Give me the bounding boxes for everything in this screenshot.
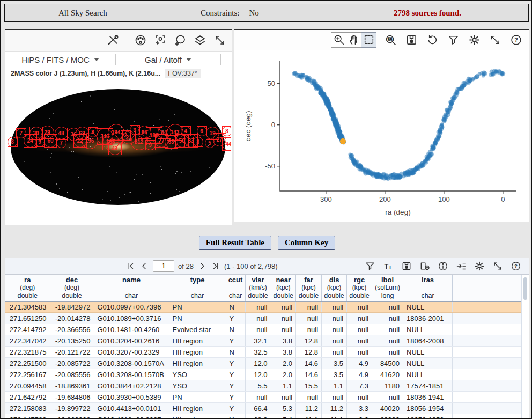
header-cell-ccut[interactable]: ccut char bbox=[226, 275, 245, 302]
header-cell-rgc[interactable]: rgc(kpc)double bbox=[347, 275, 372, 302]
expand-icon[interactable] bbox=[492, 261, 503, 271]
table-row[interactable]: 272.414792-20.366556G010.1481-00.4260Evo… bbox=[5, 324, 522, 335]
save-icon[interactable] bbox=[405, 34, 418, 46]
header-cell-filler[interactable] bbox=[453, 275, 522, 302]
table-cell bbox=[453, 302, 522, 313]
full-result-table-button[interactable]: Full Result Table bbox=[199, 236, 271, 250]
first-page-icon[interactable] bbox=[126, 261, 136, 271]
table-cell: 11.2 bbox=[322, 403, 347, 414]
recenter-icon[interactable] bbox=[154, 34, 167, 47]
marker-count-label: 6 bbox=[200, 128, 203, 134]
last-page-icon[interactable] bbox=[211, 261, 220, 271]
table-cell: 12.0 bbox=[245, 358, 271, 369]
header-cell-name[interactable]: name char bbox=[94, 275, 169, 302]
table-cell: 2.0 bbox=[271, 369, 296, 380]
marker-count-label: 9 bbox=[149, 142, 152, 148]
header-cell-type[interactable]: type char bbox=[169, 275, 226, 302]
table-cell: N bbox=[226, 302, 245, 313]
zoom-in-icon[interactable] bbox=[331, 32, 346, 48]
header-cell-vlsr[interactable]: vlsr(km/s)double bbox=[245, 275, 271, 302]
marker-count-label: 27 bbox=[216, 137, 222, 143]
table-cell: 5.3 bbox=[271, 403, 296, 414]
table-cell: G010.1481-00.4260 bbox=[94, 324, 169, 335]
header-cell-dec[interactable]: dec(deg)double bbox=[50, 275, 94, 302]
svg-text:ra (deg): ra (deg) bbox=[385, 208, 410, 216]
palette-icon[interactable] bbox=[134, 34, 147, 47]
table-scroll-area[interactable]: ra(deg)doubledec(deg)doublename chartype… bbox=[5, 275, 529, 419]
table-row[interactable]: 271.642792-19.684806G010.3930+00.5389PNY… bbox=[5, 392, 522, 403]
marker-count-label: 24 bbox=[27, 138, 33, 144]
scatter-plot[interactable]: 3002001000500-50ra (deg)dec (deg) bbox=[234, 50, 528, 221]
pin-table-icon[interactable] bbox=[456, 261, 467, 271]
layers-icon[interactable] bbox=[194, 34, 206, 47]
table-cell: Y bbox=[226, 313, 245, 324]
table-cell: 3.8 bbox=[271, 347, 296, 358]
marker-count-label: 43 bbox=[112, 145, 117, 151]
sky-marker[interactable]: 44 bbox=[222, 137, 231, 151]
scrollbar-thumb[interactable] bbox=[523, 277, 527, 300]
table-cell: null bbox=[271, 324, 296, 335]
header-cell-near[interactable]: near(kpc)double bbox=[271, 275, 296, 302]
svg-text:300: 300 bbox=[320, 195, 332, 203]
filter-icon[interactable] bbox=[365, 261, 375, 271]
table-cell: null bbox=[322, 347, 347, 358]
marker-count-label: 8 bbox=[11, 139, 14, 145]
header-cell-far[interactable]: far(kpc)double bbox=[296, 275, 322, 302]
zoom-1x-icon[interactable]: 1X bbox=[385, 34, 397, 46]
table-cell: 32.1 bbox=[245, 335, 271, 347]
table-row[interactable]: 272.147583-19.869306G010.4616+00.0327HII… bbox=[5, 414, 522, 419]
table-cell: 272.158083 bbox=[5, 403, 50, 414]
table-row[interactable]: 270.094458-18.869361G010.3844+02.2128YSO… bbox=[5, 380, 522, 392]
info-icon[interactable] bbox=[438, 261, 448, 271]
marker-count-label: 30 bbox=[33, 130, 39, 136]
marker-count-label: 22 bbox=[77, 138, 83, 144]
expand-icon[interactable] bbox=[213, 34, 226, 47]
tools-icon[interactable] bbox=[107, 34, 120, 47]
table-cell: -19.869306 bbox=[50, 414, 94, 419]
table-cell: G010.3207-00.2329 bbox=[94, 347, 169, 358]
header-cell-iras[interactable]: iras char bbox=[403, 275, 453, 302]
help-icon[interactable]: ? bbox=[510, 34, 522, 46]
table-cell bbox=[453, 313, 522, 324]
table-row[interactable]: 272.321875-20.121722G010.3207-00.2329HII… bbox=[5, 347, 522, 358]
table-cell: null bbox=[347, 392, 372, 403]
expand-icon[interactable] bbox=[489, 34, 501, 46]
filter-icon[interactable] bbox=[447, 34, 460, 46]
region-icon[interactable] bbox=[174, 34, 187, 47]
table-row[interactable]: 271.304583-19.842972G010.0997+00.7396PNN… bbox=[5, 302, 522, 313]
next-page-icon[interactable] bbox=[197, 261, 207, 271]
text-view-icon[interactable]: TT bbox=[383, 261, 394, 271]
projection-dropdown[interactable]: Gal / Aitoff bbox=[116, 55, 220, 64]
table-row[interactable]: 272.158083-19.899722G010.4413+00.0101HII… bbox=[5, 403, 522, 414]
prev-page-icon[interactable] bbox=[139, 261, 149, 271]
table-cell: HII region bbox=[169, 403, 226, 414]
select-rect-icon[interactable] bbox=[361, 32, 376, 48]
sky-marker[interactable]: 8 bbox=[222, 126, 231, 136]
sky-marker[interactable]: 8 bbox=[193, 137, 203, 147]
save-icon[interactable] bbox=[401, 261, 412, 271]
table-row[interactable]: 272.256167-20.085556G010.3208-00.1570BYS… bbox=[5, 369, 522, 380]
header-cell-lbol[interactable]: lbol(solLum)long bbox=[372, 275, 403, 302]
table-row[interactable]: 272.251500-20.085722G010.3208-00.1570AHI… bbox=[5, 358, 522, 369]
page-number-input[interactable] bbox=[153, 260, 174, 272]
image-source-dropdown[interactable]: HiPS / FITS / MOC bbox=[5, 55, 115, 64]
sky-mode-bar: HiPS / FITS / MOC Gal / Aitoff bbox=[5, 52, 232, 68]
table-cell: 84500 bbox=[372, 358, 403, 369]
help-icon[interactable]: ? bbox=[511, 261, 521, 271]
header-cell-dis[interactable]: dis(kpc)double bbox=[322, 275, 347, 302]
sky-marker[interactable]: 7 bbox=[56, 138, 66, 148]
gear-icon[interactable] bbox=[474, 261, 485, 271]
table-row[interactable]: 272.347042-20.135250G010.3204-00.2616HII… bbox=[5, 335, 522, 347]
rotate-icon[interactable] bbox=[426, 34, 439, 46]
column-key-button[interactable]: Column Key bbox=[278, 236, 335, 250]
add-column-icon[interactable] bbox=[419, 261, 430, 271]
sky-viewer-panel: HiPS / FITS / MOC Gal / Aitoff 2MASS col… bbox=[5, 29, 232, 225]
gear-icon[interactable] bbox=[468, 34, 481, 46]
hand-pan-icon[interactable] bbox=[346, 32, 361, 48]
sky-map-canvas[interactable]: 8724309296048736692281963461941652433216… bbox=[5, 79, 231, 223]
vertical-scrollbar[interactable] bbox=[521, 275, 529, 419]
table-cell: null bbox=[322, 335, 347, 347]
header-cell-ra[interactable]: ra(deg)double bbox=[5, 275, 50, 302]
sources-found-count: 2798 sources found. bbox=[394, 9, 461, 18]
table-row[interactable]: 271.651250-20.014278G010.1089+00.3716PNY… bbox=[5, 313, 522, 324]
